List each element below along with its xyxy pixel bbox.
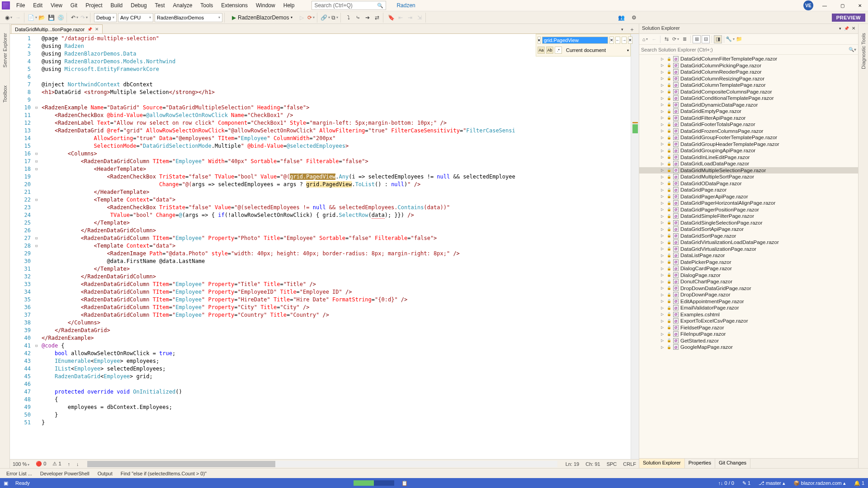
git-branch[interactable]: ⎇ master ▴ xyxy=(759,480,785,486)
tb-misc3[interactable]: ⇤ xyxy=(396,14,405,22)
find-clear-icon[interactable]: ✕ xyxy=(609,37,614,44)
tree-item[interactable]: ▷🔒@DataGridGroupHeaderTemplatePage.razor xyxy=(639,141,858,148)
bottom-tab[interactable]: Developer PowerShell xyxy=(37,470,93,477)
se-home-icon[interactable]: ⌂ xyxy=(641,35,649,43)
tree-item[interactable]: ▷🔒@DataGridPagerHorizontalAlignPage.razo… xyxy=(639,200,858,206)
undo-button[interactable]: ↶ xyxy=(71,14,79,22)
tree-item[interactable]: ▷🔒@DataGridColumnReoderPage.razor xyxy=(639,69,858,75)
tree-item[interactable]: ▷🔒@DataGridSimpleFilterPage.razor xyxy=(639,213,858,220)
tb-misc1[interactable]: ⧉ xyxy=(330,14,339,22)
tree-item[interactable]: ▷🔒@FileInputPage.razor xyxy=(639,331,858,338)
new-button[interactable]: 📄 xyxy=(28,14,36,22)
regex-icon[interactable]: .* xyxy=(555,47,562,54)
tree-item[interactable]: ▷🔒@DataGridColumnFilterTemplatePage.razo… xyxy=(639,56,858,62)
tree-item[interactable]: ▷🔒@EditAppointmentPage.razor xyxy=(639,298,858,305)
menu-analyze[interactable]: Analyze xyxy=(170,1,196,10)
se-collapse-icon[interactable]: ⊟ xyxy=(702,35,710,43)
tree-item[interactable]: ▷🔒@DataGridSortApiPage.razor xyxy=(639,226,858,233)
browser-link-button[interactable]: 🔗 xyxy=(321,14,329,22)
menu-extensions[interactable]: Extensions xyxy=(217,1,251,10)
tree-item[interactable]: ▷🔒@DataGridFrozenColumnsPage.razor xyxy=(639,128,858,135)
bookmark-icon[interactable]: 🔖 xyxy=(387,14,395,22)
status-task-icon[interactable]: 📋 xyxy=(401,480,408,486)
quick-search[interactable]: Search (Ctrl+Q) 🔍 xyxy=(311,1,386,10)
pin-icon[interactable]: 📌 xyxy=(87,27,92,32)
find-close-icon[interactable]: ✕ xyxy=(628,37,632,44)
se-sync-icon[interactable]: ⇆ xyxy=(662,35,670,43)
tree-item[interactable]: ▷🔒@GoogleMapPage.razor xyxy=(639,344,858,351)
match-case-icon[interactable]: Aa xyxy=(538,47,545,54)
menu-build[interactable]: Build xyxy=(107,1,127,10)
config-combo[interactable]: Debug xyxy=(94,13,117,22)
menu-edit[interactable]: Edit xyxy=(29,1,46,10)
editor[interactable]: 1234567891011121314151617181920212223242… xyxy=(10,34,639,459)
menu-test[interactable]: Test xyxy=(151,1,169,10)
menu-window[interactable]: Window xyxy=(252,1,279,10)
tree-item[interactable]: ▷🔒@DataGridSortPage.razor xyxy=(639,233,858,239)
tree-item[interactable]: ▷🔒@DataGridFilterApiPage.razor xyxy=(639,115,858,122)
find-prev-icon[interactable]: ← xyxy=(615,37,620,44)
tree-item[interactable]: ▷🔒@EmailValidatorPage.razor xyxy=(639,305,858,311)
avatar[interactable]: VE xyxy=(803,0,813,10)
tree-item[interactable]: ▷🔒@DataGridGroupingApiPage.razor xyxy=(639,147,858,154)
tree-item[interactable]: ▷🔒@DataGridPagerPositionPage.razor xyxy=(639,206,858,213)
panel-tab[interactable]: Solution Explorer xyxy=(639,459,685,468)
indent-mode[interactable]: SPC xyxy=(607,461,617,467)
tree-item[interactable]: ▷🔒@DataGridSingleSelectionPage.razor xyxy=(639,220,858,226)
tree-item[interactable]: ▷🔒@DataGridColumnResizingPage.razor xyxy=(639,75,858,82)
error-count[interactable]: 🔴 0 xyxy=(36,461,46,467)
document-tab[interactable]: DataGridMultip...tionPage.razor 📌 ✕ xyxy=(11,24,103,33)
maximize-button[interactable]: ▢ xyxy=(836,1,849,10)
menu-tools[interactable]: Tools xyxy=(197,1,217,10)
tree-item[interactable]: ▷🔒@DialogPage.razor xyxy=(639,272,858,279)
menu-project[interactable]: Project xyxy=(82,1,106,10)
notifications-icon[interactable]: 🔔 1 xyxy=(854,480,864,486)
tree-item[interactable]: ▷🔒@DataGridVirtualizationLoadDataPage.ra… xyxy=(639,239,858,246)
git-changes-count[interactable]: ↑↓ 0 / 0 xyxy=(718,480,734,486)
tree-item[interactable]: ▷🔒@DatePickerPage.razor xyxy=(639,259,858,266)
start-noDebug-button[interactable]: ▷ xyxy=(297,14,306,22)
tab-dropdown-icon[interactable]: ▾ xyxy=(618,25,626,33)
git-pending-count[interactable]: ✎ 1 xyxy=(742,480,750,486)
se-search-input[interactable] xyxy=(641,47,849,52)
back-button[interactable]: ◉ xyxy=(5,14,13,22)
tree-item[interactable]: ▷🔒@DataGridGroupFooterTemplatePage.razor xyxy=(639,134,858,141)
tree-item[interactable]: ▷🔒@DataGridFooterTotalsPage.razor xyxy=(639,121,858,128)
start-button[interactable]: ▶RadzenBlazorDemos▾ xyxy=(228,14,296,22)
se-view-icon[interactable]: 📁 xyxy=(735,35,743,43)
tree-item[interactable]: ▷🔒@DropDownPage.razor xyxy=(639,291,858,298)
tree-item[interactable]: ▷🔒@DataGridODataPage.razor xyxy=(639,180,858,187)
tb-misc4[interactable]: ⇥ xyxy=(406,14,414,22)
tree-item[interactable]: ▷🔒@DataGridPage.razor xyxy=(639,187,858,193)
fwd-button[interactable]: → xyxy=(14,14,22,22)
tree-item[interactable]: ▷🔒@DonutChartPage.razor xyxy=(639,278,858,285)
find-expand-icon[interactable]: ▾ xyxy=(538,37,541,44)
saveall-button[interactable]: 💿 xyxy=(57,14,65,22)
menu-help[interactable]: Help xyxy=(280,1,298,10)
tree-item[interactable]: ▷🔒@DataGridVirtualizationPage.razor xyxy=(639,246,858,253)
save-button[interactable]: 💾 xyxy=(47,14,55,22)
tree-item[interactable]: ▷🔒@DataGridPagerApiPage.razor xyxy=(639,193,858,200)
tab-close-icon[interactable]: ✕ xyxy=(95,27,99,32)
tree-item[interactable]: ▷🔒@DataGridMultipleSortPage.razor xyxy=(639,174,858,180)
tree-item[interactable]: ▷🔒@GetStarted.razor xyxy=(639,338,858,344)
tree-item[interactable]: ▷🔒@DataGridInLineEditPage.razor xyxy=(639,154,858,161)
tree-item[interactable]: ▷🔒@DataGridMultipleSelectionPage.razor xyxy=(639,167,858,174)
tree-item[interactable]: ▷🔒@DataGridColumnTemplatePage.razor xyxy=(639,82,858,89)
bottom-tab[interactable]: Find "else if (selectedItems.Count > 0)" xyxy=(117,470,210,477)
panel-dropdown-icon[interactable]: ▾ xyxy=(839,26,841,31)
close-button[interactable]: ✕ xyxy=(854,1,866,10)
se-filter-icon[interactable]: ≣ xyxy=(680,35,689,43)
panel-pin-icon[interactable]: 📌 xyxy=(844,26,849,31)
tree-item[interactable]: ▷🔒@DropDownDataGridPage.razor xyxy=(639,285,858,292)
h-scrollbar[interactable] xyxy=(87,461,557,467)
tree-item[interactable]: ▷🔒@DataGridColumnPickingPage.razor xyxy=(639,62,858,69)
solution-name[interactable]: Radzen xyxy=(392,1,420,10)
tree-item[interactable]: ▷🔒@ExportToExcelCsvPage.razor xyxy=(639,318,858,324)
nav-down-icon[interactable]: ↓ xyxy=(76,461,79,467)
tree-item[interactable]: ▷🔒@DialogCardPage.razor xyxy=(639,265,858,272)
project-combo[interactable]: RadzenBlazorDemos xyxy=(155,13,222,22)
step-out-icon[interactable]: ➔ xyxy=(363,14,372,22)
tree-item[interactable]: ▷🔒@DataGridConditionalTemplatePage.razor xyxy=(639,95,858,102)
step-over-icon[interactable]: ⤵ xyxy=(344,14,353,22)
